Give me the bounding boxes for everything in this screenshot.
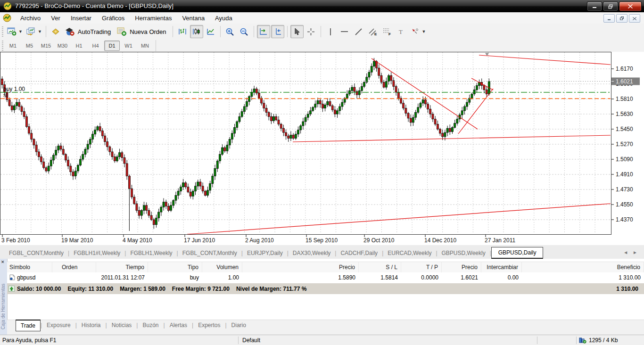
chart-tab-gbpusd-daily[interactable]: GBPUSD,Daily (491, 247, 544, 259)
timeframe-mn[interactable]: MN (137, 41, 153, 51)
menu-insertar[interactable]: Insertar (66, 13, 97, 23)
candlestick-mode-button[interactable] (190, 25, 203, 38)
menu-herramientas[interactable]: Herramientas (130, 13, 177, 23)
minimize-icon (592, 4, 597, 8)
timeframe-w1[interactable]: W1 (121, 41, 136, 51)
timeframe-separator (156, 40, 156, 51)
timeframe-m1[interactable]: M1 (5, 41, 21, 51)
svg-text:E: E (374, 32, 377, 36)
chart-tabs-scroll-left[interactable]: ◄ (623, 250, 628, 255)
chart-tab-cadchf-daily[interactable]: CADCHF,Daily (336, 248, 382, 259)
svg-text:19 Mar 2010: 19 Mar 2010 (61, 237, 93, 244)
column-header-precio[interactable]: Precio (442, 262, 481, 273)
metaquotes-button[interactable] (49, 25, 62, 38)
timeframe-m30[interactable]: M30 (55, 41, 70, 51)
menu-ver[interactable]: Ver (46, 13, 66, 23)
menu-ventana[interactable]: Ventana (177, 13, 210, 23)
orders-table-row[interactable]: gbpusd2011.01.31 12:07buy1.001.58901.581… (7, 272, 644, 283)
child-close-button[interactable] (629, 14, 640, 23)
cursor-tool-button[interactable] (290, 25, 304, 38)
timeframe-m15[interactable]: M15 (38, 41, 54, 51)
column-header-smbolo[interactable]: Símbolo (7, 262, 52, 273)
title-bar[interactable]: 7792295 - BroCo-Demo - Cuenta Demo - [GB… (0, 0, 644, 12)
chart-tab-fgbl-cont-monthly[interactable]: FGBL_CONT,Monthly (5, 248, 68, 259)
timeframe-h1[interactable]: H1 (71, 41, 87, 51)
toolbar-grip[interactable] (2, 26, 3, 37)
column-header-orden[interactable]: Orden (52, 262, 96, 273)
terminal-tab-diario[interactable]: Diario (227, 320, 251, 330)
new-order-label[interactable]: Nueva Orden (130, 28, 166, 35)
column-header-tipo[interactable]: Tipo (148, 262, 202, 273)
new-chart-dropdown-caret[interactable]: ▼ (18, 29, 23, 34)
terminal-tab-trade[interactable]: Trade (16, 320, 41, 331)
child-restore-button[interactable] (616, 14, 627, 23)
chart-tab-fgbl-cont-monthly[interactable]: FGBL_CONT,Monthly (178, 248, 241, 259)
child-minimize-button[interactable] (603, 14, 615, 23)
vertical-line-tool-button[interactable] (324, 25, 337, 38)
svg-text:4 May 2010: 4 May 2010 (123, 237, 152, 244)
terminal-tab-alertas[interactable]: Alertas (165, 320, 192, 330)
terminal-tab-expertos[interactable]: Expertos (193, 320, 225, 330)
column-header-precio[interactable]: Precio (242, 262, 359, 273)
toolbox-sidebar[interactable]: Caja de Herramientas (0, 259, 8, 335)
svg-text:1.6170: 1.6170 (616, 66, 633, 72)
chart-tab-eurjpy-daily[interactable]: EURJPY,Daily (243, 248, 287, 259)
terminal-close-icon[interactable]: ✕ (1, 260, 5, 264)
new-order-button[interactable] (115, 25, 128, 38)
zoom-out-button[interactable] (238, 25, 251, 38)
arrows-tool-button[interactable] (409, 25, 422, 38)
chart-tab-fgblh1-i-weekly[interactable]: FGBLH1#I,Weekly (69, 248, 124, 259)
connection-icon (579, 337, 586, 344)
column-header-tp[interactable]: T / P (401, 262, 442, 273)
autotrading-label[interactable]: AutoTrading (78, 28, 111, 35)
svg-text:1.4370: 1.4370 (616, 216, 633, 223)
chart-tab-gbpusd-weekly[interactable]: GBPUSD,Weekly (438, 248, 490, 259)
menu-gráficos[interactable]: Gráficos (97, 13, 130, 23)
terminal-tab-noticias[interactable]: Noticias (107, 320, 137, 330)
chart-tabs-scroll-right[interactable]: ► (633, 250, 637, 255)
timeframe-d1[interactable]: D1 (104, 41, 120, 51)
new-chart-button[interactable] (5, 25, 18, 38)
profiles-dropdown-caret[interactable]: ▼ (38, 29, 42, 34)
column-header-intercambiar[interactable]: Intercambiar (481, 262, 522, 273)
chart-tab-eurcad-weekly[interactable]: EURCAD,Weekly (383, 248, 436, 259)
channel-tool-button[interactable]: E (366, 25, 380, 38)
auto-scroll-button[interactable] (271, 25, 284, 38)
column-header-tiempo[interactable]: Tiempo (96, 262, 148, 273)
zoom-in-button[interactable] (223, 25, 237, 38)
fibonacci-tool-button[interactable]: F (380, 25, 394, 38)
terminal-tab-buzn[interactable]: Buzón (138, 320, 163, 330)
menu-ayuda[interactable]: Ayuda (210, 13, 238, 23)
column-header-sl[interactable]: S / L (359, 262, 401, 273)
line-chart-mode-button[interactable] (204, 25, 217, 38)
menu-archivo[interactable]: Archivo (15, 13, 46, 23)
terminal-tab-historia[interactable]: Historia (77, 320, 106, 330)
price-chart[interactable]: buy 1.00sl1.61701.59901.58101.56301.5450… (0, 52, 644, 245)
svg-text:1.5630: 1.5630 (616, 111, 633, 117)
column-header-volumen[interactable]: Volumen (202, 262, 242, 273)
status-divider (537, 337, 537, 344)
column-header-beneficio[interactable]: Beneficio (522, 262, 644, 273)
chart-tab-dax30-weekly[interactable]: DAX30,Weekly (289, 248, 335, 259)
autotrading-button[interactable] (63, 25, 76, 38)
chart-tab-fgblh1-weekly[interactable]: FGBLH1,Weekly (126, 248, 176, 259)
chart-shift-button[interactable] (257, 25, 270, 38)
summary-part-0: Saldo: 10 000.00 (17, 286, 61, 292)
status-profile[interactable]: Default (239, 337, 537, 344)
minimize-button[interactable] (587, 1, 602, 11)
timeframe-grip[interactable] (2, 41, 3, 51)
terminal-tab-exposure[interactable]: Exposure (42, 320, 75, 330)
crosshair-tool-button[interactable] (305, 25, 318, 38)
restore-button[interactable] (603, 1, 618, 11)
arrows-dropdown-caret[interactable]: ▼ (422, 29, 426, 34)
timeframe-m5[interactable]: M5 (22, 41, 37, 51)
close-button[interactable] (619, 1, 642, 11)
text-tool-button[interactable]: T (395, 25, 408, 38)
profiles-button[interactable] (25, 25, 38, 38)
summary-part-1: Equity: 11 310.00 (67, 286, 113, 292)
horizontal-line-icon (340, 28, 348, 35)
trendline-tool-button[interactable] (352, 25, 365, 38)
timeframe-h4[interactable]: H4 (88, 41, 103, 51)
bar-chart-mode-button[interactable] (176, 25, 189, 38)
horizontal-line-tool-button[interactable] (338, 25, 351, 38)
